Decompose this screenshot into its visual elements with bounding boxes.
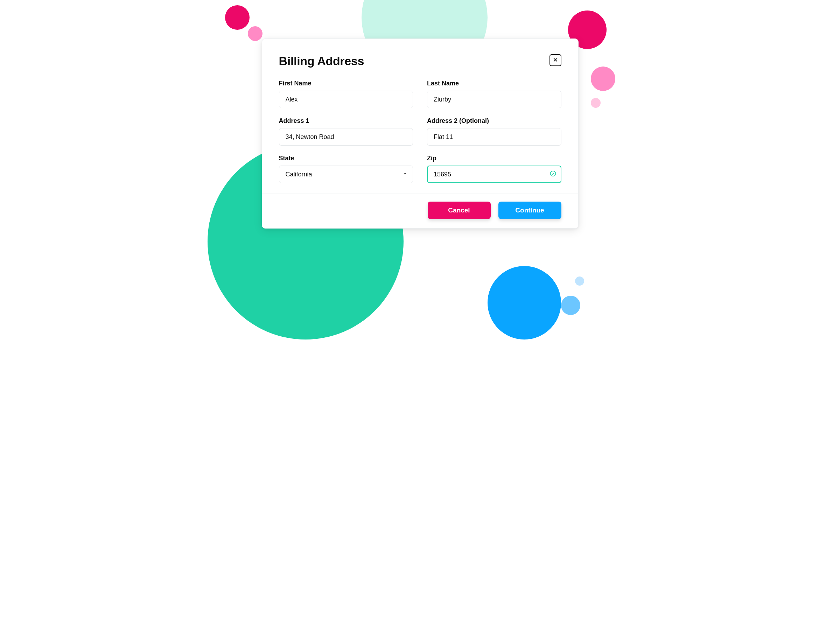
- field-last-name: Last Name: [427, 80, 561, 108]
- bg-circle-blue-mid: [561, 296, 580, 315]
- label-first-name: First Name: [279, 80, 413, 87]
- first-name-input[interactable]: [279, 91, 413, 108]
- field-address1: Address 1: [279, 117, 413, 145]
- billing-address-modal: Billing Address First Name Last Name: [262, 38, 579, 229]
- field-state: State: [279, 155, 413, 183]
- zip-input[interactable]: [427, 166, 561, 183]
- bg-circle-pink-right: [591, 66, 615, 91]
- close-button[interactable]: [549, 54, 561, 66]
- state-select[interactable]: [279, 166, 413, 183]
- continue-button[interactable]: Continue: [498, 202, 561, 219]
- bg-circle-magenta-top-left: [225, 5, 249, 30]
- address2-input[interactable]: [427, 128, 561, 145]
- label-zip: Zip: [427, 155, 561, 162]
- bg-circle-blue-large: [488, 266, 561, 339]
- last-name-input[interactable]: [427, 91, 561, 108]
- label-state: State: [279, 155, 413, 162]
- field-zip: Zip: [427, 155, 561, 183]
- check-circle-icon: [549, 170, 556, 178]
- bg-circle-blue-dot: [575, 276, 584, 286]
- label-address2: Address 2 (Optional): [427, 117, 561, 125]
- modal-footer: Cancel Continue: [262, 194, 578, 228]
- field-address2: Address 2 (Optional): [427, 117, 561, 145]
- stage: Billing Address First Name Last Name: [197, 0, 643, 335]
- label-address1: Address 1: [279, 117, 413, 125]
- svg-point-2: [550, 171, 556, 177]
- label-last-name: Last Name: [427, 80, 561, 87]
- form-grid: First Name Last Name Address 1: [279, 80, 561, 183]
- close-icon: [553, 57, 558, 64]
- cancel-button[interactable]: Cancel: [428, 202, 491, 219]
- bg-circle-pink-top-left: [248, 26, 262, 41]
- address1-input[interactable]: [279, 128, 413, 145]
- bg-circle-pink-dot: [591, 98, 601, 108]
- modal-title: Billing Address: [279, 54, 364, 68]
- field-first-name: First Name: [279, 80, 413, 108]
